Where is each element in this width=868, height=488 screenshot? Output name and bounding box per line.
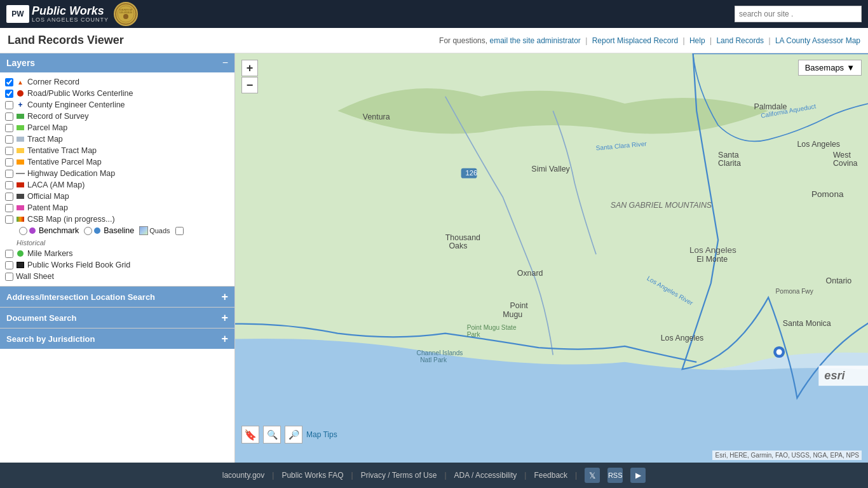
layer-checkbox-tentative-tract[interactable] [5,147,13,155]
layer-label-wall-sheet: Wall Sheet [16,272,54,281]
pw-logo-sub: LOS ANGELES COUNTY [32,17,109,23]
layer-item-county-engineer: + County Engineer Centerline [5,99,229,111]
benchmark-text: Benchmark [39,226,79,235]
footer-pw-faq-link[interactable]: Public Works FAQ [281,471,343,480]
layer-checkbox-pw-field-book[interactable] [5,261,13,269]
laca-am-icon [16,180,25,189]
layer-item-mile-markers: Mile Markers [5,248,229,259]
header-logo: PW Public Works LOS ANGELES COUNTY COUNT… [6,2,138,26]
svg-text:Mugu: Mugu [503,310,522,319]
quads-text: Quads [149,227,170,234]
youtube-icon[interactable]: ▶ [630,468,646,483]
map-container[interactable]: Palmdale Ventura Simi Valley Thousand Oa… [235,53,868,463]
zoom-to-button[interactable]: 🔍 [263,426,281,444]
layer-checkbox-tract-map[interactable] [5,135,13,144]
csb-map-icon [16,215,25,224]
layer-item-road-pw: Road/Public Works Centerline [5,88,229,99]
jurisdiction-search-section: Search by Jurisdiction + [0,328,234,349]
zoom-in-button[interactable]: + [241,60,258,76]
zoom-controls: + − [241,60,258,93]
layer-label-record-survey: Record of Survey [27,112,89,121]
titlebar: Land Records Viewer For questions, email… [0,28,868,53]
address-search-header[interactable]: Address/Intersection Location Search + [0,287,234,307]
footer-ada-link[interactable]: ADA / Accessibility [454,471,517,480]
layer-checkbox-patent-map[interactable] [5,204,13,212]
svg-text:SAN GABRIEL MOUNTAINS: SAN GABRIEL MOUNTAINS [611,201,712,210]
layers-collapse-button[interactable]: − [222,57,228,69]
record-survey-icon [16,112,25,121]
layer-label-mile-markers: Mile Markers [27,249,73,258]
layer-item-official-map: Official Map [5,191,229,202]
layer-item-tentative-parcel: Tentative Parcel Map [5,156,229,168]
search-input[interactable] [735,6,862,22]
jurisdiction-search-header[interactable]: Search by Jurisdiction + [0,329,234,349]
baseline-radio[interactable] [84,227,92,235]
historical-section-label: Historical [5,236,229,248]
top-links: For questions, email the site administra… [439,36,860,45]
for-questions-text: For questions, [439,36,487,45]
assessor-map-link[interactable]: LA County Assessor Map [775,36,860,45]
svg-text:Natl Park: Natl Park [420,356,447,363]
document-search-header[interactable]: Document Search + [0,308,234,328]
tentative-parcel-icon [16,158,25,166]
layer-checkbox-laca-am[interactable] [5,181,13,189]
footer-feedback-link[interactable]: Feedback [534,471,567,480]
layer-checkbox-csb-map[interactable] [5,215,13,224]
layer-checkbox-corner-record[interactable] [5,78,13,86]
layer-checkbox-wall-sheet[interactable] [5,273,13,281]
footer-privacy-terms-link[interactable]: Privacy / Terms of Use [361,471,437,480]
report-misplaced-link[interactable]: Report Misplaced Record [592,36,678,45]
layer-checkbox-mile-markers[interactable] [5,250,13,258]
footer-sep4: | [524,471,526,480]
quads-group: Quads [139,226,170,235]
baseline-label[interactable]: Baseline [84,226,134,235]
official-map-icon [16,192,25,201]
footer-sep2: | [351,471,353,480]
layer-label-official-map: Official Map [27,192,69,201]
help-link[interactable]: Help [689,36,705,45]
layer-label-road-pw: Road/Public Works Centerline [27,89,133,98]
svg-text:Park: Park [467,331,481,338]
svg-text:Point: Point [510,301,528,310]
search-box[interactable] [735,6,862,22]
footer-lacounty-link[interactable]: lacounty.gov [222,471,265,480]
pw-logo: PW Public Works LOS ANGELES COUNTY [6,5,109,23]
rss-icon[interactable]: RSS [607,468,623,483]
zoom-out-button[interactable]: − [241,77,258,93]
map-svg: Palmdale Ventura Simi Valley Thousand Oa… [235,53,868,463]
svg-text:Oxnard: Oxnard [517,269,543,278]
svg-text:Los Angeles: Los Angeles [689,245,736,255]
layer-label-patent-map: Patent Map [27,203,68,212]
map-tips-link[interactable]: Map Tips [306,430,337,439]
layer-label-tract-map: Tract Map [27,135,63,144]
layer-item-wall-sheet: Wall Sheet [5,271,229,282]
twitter-icon[interactable]: 𝕏 [585,468,600,483]
layer-checkbox-road-pw[interactable] [5,90,13,98]
layer-item-highway-dedication: Highway Dedication Map [5,168,229,179]
svg-text:Santa Monica: Santa Monica [783,319,831,328]
layer-checkbox-record-survey[interactable] [5,112,13,121]
address-search-label: Address/Intersection Location Search [6,292,155,302]
layer-checkbox-tentative-parcel[interactable] [5,158,13,166]
quads-checkbox[interactable] [175,227,184,235]
bookmark-button[interactable]: 🔖 [241,426,259,444]
layer-checkbox-county-engineer[interactable] [5,101,13,109]
land-records-link[interactable]: Land Records [716,36,764,45]
layer-checkbox-official-map[interactable] [5,193,13,201]
footer-sep3: | [444,471,446,480]
layer-checkbox-parcel-map[interactable] [5,124,13,132]
benchmark-label[interactable]: Benchmark [19,226,79,235]
layer-checkbox-highway-dedication[interactable] [5,170,13,178]
benchmark-baseline-group: Benchmark Baseline Quads [5,225,229,236]
email-admin-link[interactable]: email the site administrator [489,36,580,45]
benchmark-radio[interactable] [19,227,27,235]
svg-point-39 [776,349,782,355]
quads-icon [139,226,148,235]
address-search-expand-icon: + [221,291,228,302]
svg-text:Point Mugu State: Point Mugu State [467,324,517,331]
identify-button[interactable]: 🔎 [285,426,302,444]
pw-logo-icon: PW [6,5,29,23]
svg-text:Pomona: Pomona [811,189,844,199]
jurisdiction-search-label: Search by Jurisdiction [6,334,95,344]
basemaps-button[interactable]: Basemaps ▼ [798,60,862,76]
